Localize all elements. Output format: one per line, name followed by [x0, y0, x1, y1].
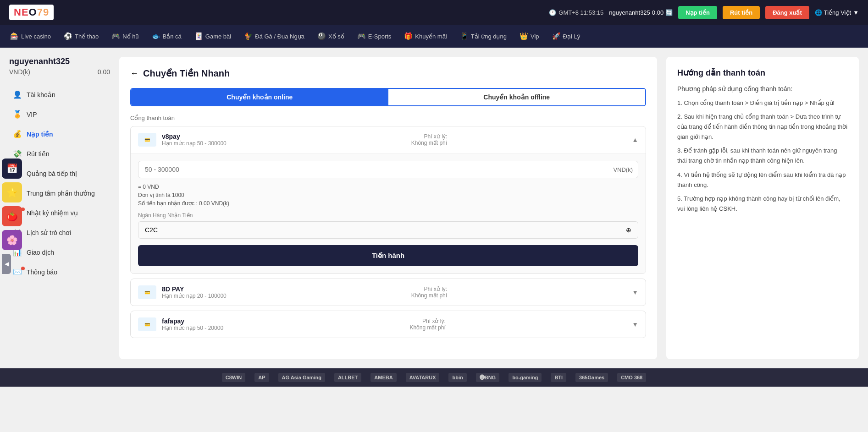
username-display: nguyenanht325 — [609, 9, 650, 16]
8dpay-chevron-icon[interactable]: ▼ — [632, 289, 638, 296]
live-casino-icon: 🎰 — [10, 32, 19, 40]
footer-logo-ameba: AMEBA — [370, 373, 396, 382]
nav-label: Tải ứng dụng — [471, 33, 507, 40]
nav-khuyen-mai[interactable]: 🎁 Khuyến mãi — [398, 29, 452, 43]
nav-game-bai[interactable]: 🃏 Game bài — [189, 29, 237, 43]
bank-selector[interactable]: C2C ⊕ — [138, 221, 638, 239]
nav-da-ga[interactable]: 🐓 Đá Gà / Đua Ngựa — [238, 29, 310, 43]
balance-currency-label: VND(k) — [9, 68, 30, 76]
nav-ban-ca[interactable]: 🐟 Bắn cá — [146, 29, 187, 43]
payment-card-v8pay: 💳 v8pay Hạn mức nạp 50 - 300000 Phí xử l… — [130, 126, 646, 274]
guide-step-5: 5. Trường hợp nạp không thành công hay b… — [677, 194, 848, 214]
nav-xo-so[interactable]: 🎱 Xổ số — [312, 29, 350, 43]
v8pay-body: VND(k) = 0 VND Đơn vị tính là 1000 Số ti… — [131, 153, 646, 273]
sidebar-item-thong-bao[interactable]: ✉️ Thông báo — [9, 262, 110, 282]
main-content: nguyenanht325 VND(k) 0.00 👤 Tài khoản 🏅 … — [0, 48, 868, 368]
fafapay-header[interactable]: 💳 fafapay Hạn mức nạp 50 - 20000 Phí xử … — [131, 311, 646, 338]
nav-no-hu[interactable]: 🎮 Nổ hũ — [106, 29, 144, 43]
collapse-icon: ◀ — [5, 261, 9, 267]
nav-label: Vip — [531, 33, 539, 40]
bank-value: C2C — [145, 226, 158, 234]
header: NEO79 🕐 GMT+8 11:53:15 nguyenanht325 0.0… — [0, 0, 868, 25]
nav-tai-ung-dung[interactable]: 📱 Tải ứng dụng — [454, 29, 512, 43]
v8pay-fee-label: Phí xử lý: — [411, 133, 447, 140]
logo[interactable]: NEO79 — [9, 5, 54, 20]
footer-logo-bng: 🅑BNG — [476, 373, 499, 382]
calendar-icon: 📅 — [6, 163, 18, 174]
nap-tien-button[interactable]: Nạp tiền — [678, 6, 717, 19]
back-arrow-icon[interactable]: ← — [130, 69, 138, 78]
v8pay-chevron-icon[interactable]: ▲ — [632, 136, 638, 143]
sidebar-item-trung-tam[interactable]: 🎁 Trung tâm phần thưởng — [9, 183, 110, 203]
v8pay-fee-value: Không mất phí — [411, 140, 447, 146]
sidebar-item-label: Quảng bá tiếp thị — [27, 170, 77, 177]
fafapay-left: 💳 fafapay Hạn mức nạp 50 - 20000 — [138, 317, 223, 331]
floating-tomato-btn[interactable]: 🍅 — [2, 206, 22, 226]
nav-the-thao[interactable]: ⚽ Thể thao — [58, 29, 104, 43]
panel-header: ← Chuyển Tiền Nhanh — [130, 68, 646, 79]
payment-card-8dpay: 💳 8D PAY Hạn mức nạp 20 - 100000 Phí xử … — [130, 279, 646, 306]
nav-label: E-Sports — [368, 33, 392, 40]
footer-logo-allbet: ALLBET — [334, 373, 361, 382]
footer-logo-bti: BTI — [551, 373, 566, 382]
rut-tien-button[interactable]: Rút tiền — [723, 6, 760, 19]
sidebar-item-label: Tài khoản — [27, 91, 55, 98]
e-sports-icon: 🎮 — [357, 32, 366, 40]
fafapay-chevron-icon[interactable]: ▼ — [632, 321, 638, 328]
8dpay-logo: 💳 — [138, 285, 156, 299]
deposit-icon: 💰 — [13, 130, 22, 138]
footer-logo-avatarux: AVATARUX — [406, 373, 440, 382]
sidebar-item-lich-su[interactable]: 🎮 Lịch sử trò chơi — [9, 223, 110, 242]
tab-offline[interactable]: Chuyển khoản offline — [388, 89, 646, 105]
nav-live-casino[interactable]: 🎰 Live casino — [5, 29, 56, 43]
language-label: Tiếng Việt — [824, 9, 851, 16]
sidebar-item-rut-tien[interactable]: 💸 Rút tiền — [9, 144, 110, 164]
sidebar-item-quang-ba[interactable]: 📢 Quảng bá tiếp thị — [9, 164, 110, 183]
amount-input[interactable] — [138, 161, 638, 178]
balance-amount: 0.00 — [98, 68, 110, 76]
floating-calendar-btn[interactable]: 📅 — [2, 159, 22, 179]
amount-unit-label: VND(k) — [613, 166, 633, 173]
8dpay-fee-label: Phí xử lý: — [411, 286, 447, 292]
sidebar-item-label: Thông báo — [27, 268, 57, 276]
footer: C8WIN AP AG Asia Gaming ALLBET AMEBA AVA… — [0, 368, 868, 387]
clock-icon: 🕐 — [549, 9, 556, 16]
v8pay-header[interactable]: 💳 v8pay Hạn mức nạp 50 - 300000 Phí xử l… — [131, 126, 646, 153]
panel-title: Chuyển Tiền Nhanh — [143, 68, 230, 79]
floating-collapse-btn[interactable]: ◀ — [2, 254, 11, 274]
8dpay-limit: Hạn mức nạp 20 - 100000 — [162, 293, 227, 299]
guide-step-1: 1. Chọn cổng thanh toán > Điền giá trị t… — [677, 98, 848, 108]
nav-e-sports[interactable]: 🎮 E-Sports — [352, 29, 397, 43]
fafapay-info: fafapay Hạn mức nạp 50 - 20000 — [162, 317, 223, 331]
fafapay-name: fafapay — [162, 317, 223, 325]
vip-medal-icon: 🏅 — [13, 110, 22, 119]
xo-so-icon: 🎱 — [317, 32, 326, 40]
bank-plus-icon: ⊕ — [626, 226, 631, 234]
tab-online[interactable]: Chuyển khoản online — [131, 89, 388, 105]
floating-purple-btn[interactable]: 🌸 — [2, 230, 22, 250]
sidebar-item-nhiem-vu[interactable]: 📋 Nhật ký nhiệm vụ — [9, 203, 110, 223]
nav-vip[interactable]: 👑 Vip — [514, 29, 545, 43]
bank-label: Ngân Hàng Nhận Tiền — [138, 212, 638, 219]
refresh-icon[interactable]: 🔄 — [665, 9, 673, 16]
floating-sidebar: 📅 ⭐ 🍅 🌸 ◀ — [0, 155, 24, 278]
nav-label: Đá Gà / Đua Ngựa — [255, 33, 304, 40]
guide-panel: Hướng dẫn thanh toán Phương pháp sử dụng… — [666, 57, 859, 359]
dang-xuat-button[interactable]: Đăng xuất — [765, 6, 809, 19]
sidebar-item-giao-dich[interactable]: 📊 Giao dịch — [9, 242, 110, 262]
account-icon: 👤 — [13, 90, 22, 99]
sidebar-item-nap-tien[interactable]: 💰 Nạp tiền — [9, 124, 110, 144]
header-user: nguyenanht325 0.00 🔄 — [609, 9, 673, 16]
language-selector[interactable]: 🌐 Tiếng Việt ▼ — [815, 9, 859, 16]
floating-vip-btn[interactable]: ⭐ — [2, 182, 22, 202]
sidebar-item-vip[interactable]: 🏅 VIP — [9, 104, 110, 124]
nav-dai-ly[interactable]: 🚀 Đại Lý — [547, 29, 586, 43]
sidebar-item-tai-khoan[interactable]: 👤 Tài khoản — [9, 85, 110, 104]
8dpay-header[interactable]: 💳 8D PAY Hạn mức nạp 20 - 100000 Phí xử … — [131, 279, 646, 306]
payment-section-label: Cổng thanh toán — [130, 115, 646, 121]
proceed-button[interactable]: Tiến hành — [138, 245, 638, 266]
no-hu-icon: 🎮 — [111, 32, 120, 40]
footer-logo-365games: 365Games — [575, 373, 608, 382]
sidebar-item-label: Nhật ký nhiệm vụ — [27, 209, 78, 217]
purple-icon: 🌸 — [6, 235, 18, 246]
